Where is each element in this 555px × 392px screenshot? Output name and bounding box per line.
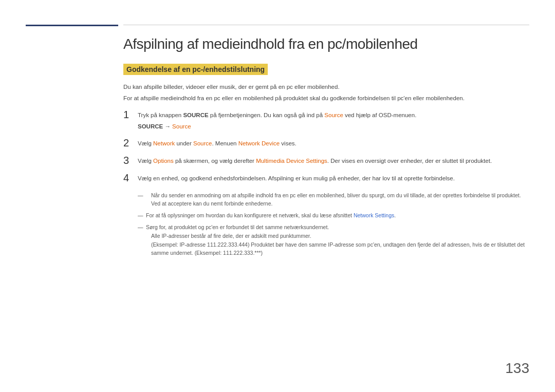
step-3: 3 Vælg Options på skærmen, og vælg deref… <box>123 156 529 166</box>
page-number: 133 <box>505 360 529 377</box>
network-device-link: Network Device <box>238 140 280 146</box>
step-1-number: 1 <box>123 109 138 121</box>
step-3-content: Vælg Options på skærmen, og vælg derefte… <box>138 156 529 165</box>
network-link: Network <box>153 140 175 146</box>
notes-section: Når du sender en anmodning om at afspill… <box>138 191 529 258</box>
top-line-right <box>123 25 529 25</box>
network-settings-link: Network Settings <box>354 212 394 218</box>
step-4: 4 Vælg en enhed, og godkend enhedsforbin… <box>123 174 529 184</box>
step-2-content: Vælg Network under Source. Menuen Networ… <box>138 139 529 148</box>
page-title: Afspilning af medieindhold fra en pc/mob… <box>123 36 529 52</box>
top-line-left <box>26 25 118 26</box>
steps-container: 1 Tryk på knappen SOURCE på fjernbetjeni… <box>123 110 529 184</box>
intro-line-2: For at afspille medieindhold fra en pc e… <box>123 94 529 103</box>
page-container: Afspilning af medieindhold fra en pc/mob… <box>0 0 555 392</box>
note-3-sub-2: (Eksempel: IP-adresse 111.222.333.444) P… <box>151 240 529 258</box>
multimedia-link: Multimedia Device Settings <box>256 158 327 164</box>
source-link-2: Source <box>193 140 212 146</box>
intro-line-1: Du kan afspille billeder, videoer eller … <box>123 82 529 91</box>
note-1: Når du sender en anmodning om at afspill… <box>138 191 529 209</box>
source-link-sub: Source <box>172 123 191 129</box>
main-content: Afspilning af medieindhold fra en pc/mob… <box>123 36 529 260</box>
step-1-content: Tryk på knappen SOURCE på fjernbetjening… <box>138 110 529 132</box>
step-4-number: 4 <box>123 172 138 184</box>
step-2-number: 2 <box>123 137 138 149</box>
step-2: 2 Vælg Network under Source. Menuen Netw… <box>123 139 529 149</box>
section-heading: Godkendelse af en pc-/enhedstilslutning <box>123 64 268 75</box>
note-3: Sørg for, at produktet og pc'en er forbu… <box>138 223 529 257</box>
source-link-1: Source <box>324 112 343 118</box>
source-bold: SOURCE <box>183 112 208 118</box>
options-link: Options <box>153 158 174 164</box>
note-2: For at få oplysninger om hvordan du kan … <box>138 211 529 220</box>
step-3-number: 3 <box>123 155 138 166</box>
step-1-sub: SOURCE → Source <box>138 122 529 131</box>
step-4-content: Vælg en enhed, og godkend enhedsforbinde… <box>138 174 529 183</box>
note-3-sub-1: Alle IP-adresser består af fire dele, de… <box>151 232 529 240</box>
step-1: 1 Tryk på knappen SOURCE på fjernbetjeni… <box>123 110 529 132</box>
